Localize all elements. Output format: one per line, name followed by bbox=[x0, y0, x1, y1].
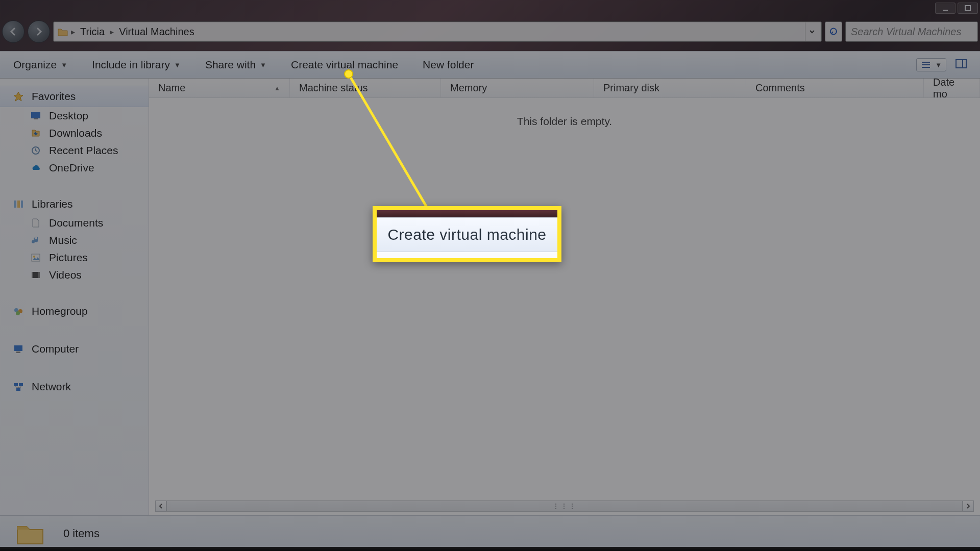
column-comments[interactable]: Comments bbox=[746, 79, 924, 97]
nav-forward-button[interactable] bbox=[28, 20, 50, 43]
breadcrumb-folder[interactable]: Virtual Machines bbox=[116, 26, 197, 38]
explorer-main: Favorites Desktop Downloads Recent Place… bbox=[0, 79, 980, 515]
sidebar-music[interactable]: Music bbox=[0, 232, 149, 249]
chevron-down-icon: ▼ bbox=[935, 61, 942, 69]
breadcrumb-history-dropdown[interactable] bbox=[805, 22, 818, 41]
folder-icon bbox=[57, 26, 69, 38]
sidebar-videos[interactable]: Videos bbox=[0, 266, 149, 284]
videos-icon bbox=[30, 269, 42, 281]
nav-back-button[interactable] bbox=[2, 20, 24, 43]
empty-folder-message: This folder is empty. bbox=[149, 98, 980, 128]
sidebar-network[interactable]: Network bbox=[0, 377, 149, 397]
svg-rect-9 bbox=[34, 118, 38, 119]
svg-marker-7 bbox=[14, 92, 23, 101]
scroll-left-button[interactable] bbox=[155, 500, 166, 512]
column-headers: Name ▲ Machine status Memory Primary dis… bbox=[149, 79, 980, 98]
sort-ascending-icon: ▲ bbox=[274, 85, 280, 92]
column-name[interactable]: Name ▲ bbox=[149, 79, 290, 97]
column-machine-status[interactable]: Machine status bbox=[290, 79, 441, 97]
sidebar-libraries-header[interactable]: Libraries bbox=[0, 194, 149, 214]
star-icon bbox=[12, 90, 24, 103]
status-bar: 0 items bbox=[0, 515, 980, 551]
horizontal-scrollbar[interactable]: ⋮⋮⋮ bbox=[155, 500, 974, 512]
sidebar-recent-places[interactable]: Recent Places bbox=[0, 142, 149, 159]
callout-highlight-box: Create virtual machine bbox=[373, 206, 561, 262]
svg-rect-5 bbox=[956, 60, 966, 68]
chevron-right-icon: ▸ bbox=[108, 27, 116, 37]
sidebar-pictures[interactable]: Pictures bbox=[0, 249, 149, 266]
create-virtual-machine-button[interactable]: Create virtual machine bbox=[291, 59, 398, 71]
sidebar-onedrive[interactable]: OneDrive bbox=[0, 159, 149, 177]
libraries-icon bbox=[12, 198, 24, 210]
column-primary-disk[interactable]: Primary disk bbox=[594, 79, 746, 97]
breadcrumb-user[interactable]: Tricia bbox=[77, 26, 108, 38]
pictures-icon bbox=[30, 252, 42, 264]
preview-pane-button[interactable] bbox=[955, 59, 967, 71]
svg-rect-11 bbox=[14, 201, 16, 208]
refresh-button[interactable] bbox=[825, 21, 842, 42]
callout-label: Create virtual machine bbox=[377, 217, 557, 252]
breadcrumb-bar[interactable]: ▸ Tricia ▸ Virtual Machines bbox=[53, 21, 822, 42]
svg-point-21 bbox=[16, 311, 20, 315]
search-input[interactable]: Search Virtual Machines bbox=[845, 21, 978, 42]
navigation-pane: Favorites Desktop Downloads Recent Place… bbox=[0, 79, 149, 515]
sidebar-documents[interactable]: Documents bbox=[0, 214, 149, 232]
chevron-down-icon: ▼ bbox=[260, 61, 266, 69]
new-folder-button[interactable]: New folder bbox=[423, 59, 474, 71]
network-icon bbox=[12, 381, 24, 393]
share-with-menu[interactable]: Share with▼ bbox=[205, 59, 266, 71]
maximize-button[interactable] bbox=[958, 3, 978, 14]
svg-rect-22 bbox=[14, 345, 22, 351]
svg-rect-18 bbox=[38, 272, 40, 278]
svg-point-15 bbox=[33, 256, 35, 258]
computer-icon bbox=[12, 343, 24, 355]
file-list-pane: Name ▲ Machine status Memory Primary dis… bbox=[149, 79, 980, 515]
column-date-modified[interactable]: Date mo bbox=[924, 79, 980, 97]
svg-rect-24 bbox=[14, 383, 18, 386]
explorer-toolbar: Organize▼ Include in library▼ Share with… bbox=[0, 51, 980, 79]
sidebar-favorites-header[interactable]: Favorites bbox=[0, 86, 149, 107]
minimize-button[interactable] bbox=[935, 3, 955, 14]
onedrive-icon bbox=[30, 162, 42, 174]
svg-rect-8 bbox=[31, 112, 40, 118]
scroll-right-button[interactable] bbox=[963, 500, 974, 512]
desktop-icon bbox=[30, 110, 42, 122]
details-view-icon bbox=[921, 61, 931, 69]
svg-rect-25 bbox=[19, 383, 23, 386]
taskbar-sliver bbox=[0, 547, 980, 551]
organize-menu[interactable]: Organize▼ bbox=[13, 59, 67, 71]
sidebar-computer[interactable]: Computer bbox=[0, 339, 149, 359]
svg-rect-26 bbox=[16, 388, 20, 391]
item-count: 0 items bbox=[63, 527, 100, 540]
svg-rect-12 bbox=[17, 201, 20, 208]
downloads-icon bbox=[30, 127, 42, 139]
chevron-down-icon: ▼ bbox=[174, 61, 181, 69]
music-icon bbox=[30, 234, 42, 246]
search-placeholder: Search Virtual Machines bbox=[851, 26, 961, 38]
sidebar-desktop[interactable]: Desktop bbox=[0, 107, 149, 124]
chevron-right-icon: ▸ bbox=[69, 27, 77, 37]
svg-rect-13 bbox=[21, 201, 23, 208]
column-memory[interactable]: Memory bbox=[441, 79, 594, 97]
svg-rect-23 bbox=[16, 352, 20, 353]
documents-icon bbox=[30, 217, 42, 229]
sidebar-downloads[interactable]: Downloads bbox=[0, 124, 149, 142]
callout-anchor-dot bbox=[344, 69, 353, 79]
svg-rect-1 bbox=[965, 6, 970, 11]
include-in-library-menu[interactable]: Include in library▼ bbox=[92, 59, 181, 71]
homegroup-icon bbox=[12, 305, 24, 317]
chevron-down-icon: ▼ bbox=[61, 61, 67, 69]
recent-icon bbox=[30, 144, 42, 157]
window-titlebar bbox=[0, 0, 980, 16]
address-bar-row: ▸ Tricia ▸ Virtual Machines Search Virtu… bbox=[2, 19, 978, 44]
sidebar-homegroup[interactable]: Homegroup bbox=[0, 301, 149, 321]
change-view-button[interactable]: ▼ bbox=[916, 58, 946, 71]
folder-large-icon bbox=[14, 520, 46, 547]
scrollbar-track[interactable]: ⋮⋮⋮ bbox=[166, 500, 963, 512]
svg-rect-17 bbox=[32, 272, 33, 278]
